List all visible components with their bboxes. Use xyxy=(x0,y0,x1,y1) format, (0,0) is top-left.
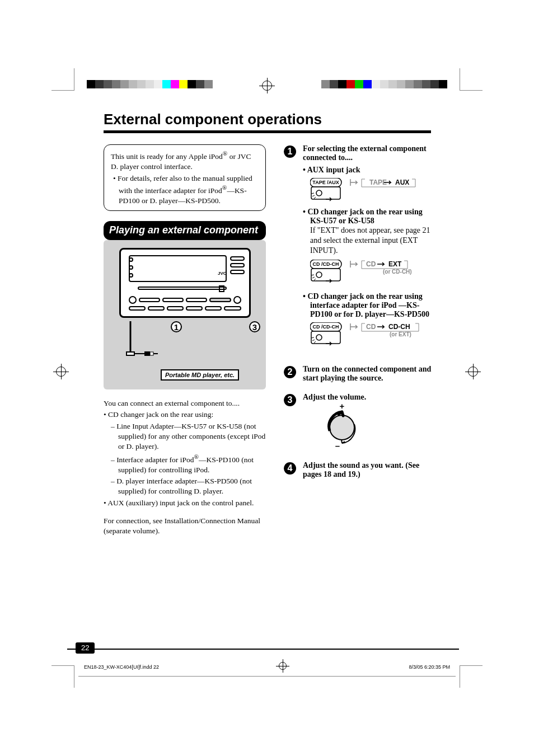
svg-text:+: + xyxy=(340,404,345,411)
step1-bullet-cd-ext: • CD changer jack on the rear using KS-U… xyxy=(303,208,433,226)
step1-title: For selecting the external component con… xyxy=(303,144,433,162)
step-number-3: 3 xyxy=(284,394,296,406)
registration-mark-icon xyxy=(56,367,66,377)
stereo-figure: JVC 1 3 xyxy=(104,240,266,389)
cable-icon xyxy=(125,321,164,363)
step-number-4: 4 xyxy=(284,462,296,475)
svg-text:–: – xyxy=(335,441,340,449)
step-number-2: 2 xyxy=(284,366,296,378)
registration-mark-icon xyxy=(262,81,272,91)
intro-callout: This unit is ready for any Apple iPod® o… xyxy=(104,144,266,211)
md-player-label: Portable MD player, etc. xyxy=(161,369,239,381)
svg-rect-2 xyxy=(150,352,153,355)
svg-point-19 xyxy=(316,335,322,340)
svg-text:CD: CD xyxy=(366,260,376,268)
flow-tape-aux-icon: TAPE /AUX TAPE AUX xyxy=(310,178,433,203)
step1-bullet-cd-ext-note: If "EXT" does not appear, see page 21 an… xyxy=(303,226,433,256)
step-number-1: 1 xyxy=(284,145,296,158)
step3-text: Adjust the volume. xyxy=(303,393,433,402)
svg-rect-1 xyxy=(144,351,150,356)
svg-text:(or CD-CH): (or CD-CH) xyxy=(383,269,412,275)
flow-cd-cdch-icon: CD /CD-CH CD CD-CH (or EXT) xyxy=(310,322,433,350)
step2-text: Turn on the connected component and star… xyxy=(303,365,433,383)
page-number: 22 xyxy=(76,642,95,654)
svg-text:CD /CD-CH: CD /CD-CH xyxy=(313,324,339,330)
step1-bullet-aux: • AUX input jack xyxy=(303,166,433,175)
page-title: External component operations xyxy=(104,111,431,128)
color-bar-right xyxy=(321,80,447,88)
color-bar-left xyxy=(87,80,213,88)
step1-bullet-cd-cdch: • CD changer jack on the rear using inte… xyxy=(303,292,433,319)
flow-cd-ext-icon: CD /CD-CH CD EXT (or CD-CH) xyxy=(310,260,433,288)
registration-mark-icon xyxy=(468,367,478,377)
print-footer: EN18-23_KW-XC404[UI]f.indd 22 8/3/05 6:2… xyxy=(84,662,450,672)
svg-point-23 xyxy=(330,415,354,440)
svg-text:CD-CH: CD-CH xyxy=(388,323,410,331)
figure-callout-1: 1 xyxy=(171,321,182,332)
connection-text: You can connect an external component to… xyxy=(104,398,266,536)
svg-text:CD /CD-CH: CD /CD-CH xyxy=(313,261,339,267)
svg-text:TAPE /AUX: TAPE /AUX xyxy=(312,180,339,185)
volume-knob-icon: + – xyxy=(320,404,364,449)
section-subheading: Playing an external component xyxy=(104,221,266,240)
footer-date: 8/3/05 6:20:35 PM xyxy=(409,664,450,670)
svg-text:EXT: EXT xyxy=(388,260,402,268)
figure-callout-3: 3 xyxy=(249,321,260,332)
registration-mark-icon xyxy=(279,662,287,670)
svg-text:CD: CD xyxy=(366,323,376,331)
svg-point-12 xyxy=(316,272,322,278)
footer-filename: EN18-23_KW-XC404[UI]f.indd 22 xyxy=(84,664,159,670)
svg-point-6 xyxy=(316,190,322,196)
svg-text:(or EXT): (or EXT) xyxy=(390,331,411,337)
svg-text:AUX: AUX xyxy=(395,179,409,186)
step4-text: Adjust the sound as you want. (See pages… xyxy=(303,461,433,479)
svg-rect-0 xyxy=(127,352,134,355)
